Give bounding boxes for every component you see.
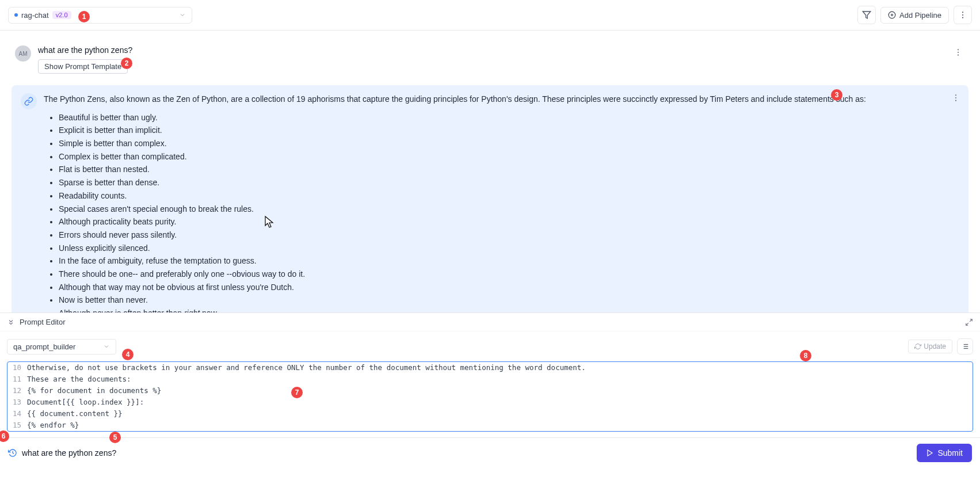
zen-item: There should be one-- and preferably onl… [59, 268, 959, 281]
chevron-down-icon [179, 12, 186, 18]
zen-item: Although that way may not be obvious at … [59, 281, 959, 294]
svg-point-9 [958, 55, 959, 56]
zen-item: Although never is often better than righ… [59, 307, 959, 313]
pipeline-select[interactable]: rag-chat v2.0 [8, 7, 192, 24]
zen-item: Flat is better than nested. [59, 163, 959, 176]
svg-point-4 [962, 12, 963, 13]
prompt-editor-header: Prompt Editor [0, 313, 980, 331]
svg-point-7 [958, 49, 959, 50]
chevron-down-icon [103, 343, 110, 350]
zen-item: Beautiful is better than ugly. [59, 112, 959, 124]
chat-area: AM what are the python zens? Show Prompt… [0, 31, 980, 313]
code-line[interactable]: 13Document[{{ loop.index }}]: [7, 397, 973, 408]
link-icon [24, 97, 33, 106]
code-editor[interactable]: 10Otherwise, do not use brackets in your… [7, 361, 973, 432]
prompt-editor-title: Prompt Editor [20, 318, 65, 326]
zen-item: Sparse is better than dense. [59, 177, 959, 189]
svg-marker-0 [863, 12, 870, 18]
editor-toolbar: qa_prompt_builder Update [0, 331, 980, 361]
zen-item: Unless explicitly silenced. [59, 242, 959, 255]
user-message: AM what are the python zens? Show Prompt… [12, 42, 968, 82]
status-dot-icon [14, 13, 18, 17]
svg-line-15 [970, 319, 972, 321]
query-input[interactable] [22, 448, 912, 458]
prompt-builder-select[interactable]: qa_prompt_builder [7, 339, 116, 355]
zen-item: Simple is better than complex. [59, 138, 959, 150]
svg-point-5 [962, 14, 963, 16]
svg-point-12 [955, 94, 956, 96]
svg-point-6 [962, 17, 963, 18]
update-label: Update [924, 342, 946, 350]
zen-item: Although practicality beats purity. [59, 216, 959, 228]
zen-item: Explicit is better than implicit. [59, 124, 959, 137]
ai-intro-text: The Python Zens, also known as the Zen o… [44, 93, 959, 106]
zen-list: Beautiful is better than ugly.Explicit i… [59, 112, 959, 313]
plus-circle-icon [888, 11, 896, 19]
zen-item: Complex is better than complicated. [59, 151, 959, 163]
svg-point-8 [958, 52, 959, 53]
submit-bar: Submit [0, 437, 980, 468]
add-pipeline-label: Add Pipeline [899, 11, 941, 20]
svg-point-13 [955, 97, 956, 98]
top-header: rag-chat v2.0 Add Pipeline [0, 0, 980, 31]
collapse-icon[interactable] [7, 318, 15, 326]
svg-point-14 [955, 100, 956, 101]
header-more-button[interactable] [954, 6, 972, 24]
zen-item: Now is better than never. [59, 294, 959, 307]
list-view-button[interactable] [957, 338, 973, 355]
header-actions: Add Pipeline [857, 6, 972, 24]
svg-marker-23 [928, 450, 932, 456]
ai-avatar [21, 93, 37, 109]
expand-icon[interactable] [965, 318, 973, 326]
submit-button[interactable]: Submit [917, 444, 972, 462]
refresh-icon [914, 343, 921, 350]
zen-item: In the face of ambiguity, refuse the tem… [59, 255, 959, 268]
history-icon[interactable] [8, 448, 17, 458]
svg-line-16 [966, 323, 968, 325]
ai-message-more-button[interactable] [949, 91, 963, 105]
filter-button[interactable] [857, 6, 876, 24]
send-icon [926, 449, 934, 457]
code-line[interactable]: 10Otherwise, do not use brackets in your… [7, 362, 973, 374]
zen-item: Readability counts. [59, 190, 959, 203]
update-button[interactable]: Update [908, 340, 952, 353]
user-avatar: AM [15, 45, 31, 62]
user-message-more-button[interactable] [951, 45, 965, 59]
code-line[interactable]: 15{% endfor %} [7, 420, 973, 431]
pipeline-version-badge: v2.0 [52, 11, 71, 19]
code-line[interactable]: 14{{ document.content }} [7, 408, 973, 420]
add-pipeline-button[interactable]: Add Pipeline [880, 7, 949, 24]
code-line[interactable]: 11These are the documents: [7, 374, 973, 385]
prompt-editor-panel: Prompt Editor qa_prompt_builder Update 1… [0, 313, 980, 432]
zen-item: Errors should never pass silently. [59, 229, 959, 242]
ai-message: The Python Zens, also known as the Zen o… [12, 85, 968, 313]
code-line[interactable]: 12{% for document in documents %} [7, 385, 973, 397]
zen-item: Special cases aren't special enough to b… [59, 203, 959, 216]
ai-message-body: The Python Zens, also known as the Zen o… [44, 93, 959, 313]
show-prompt-template-button[interactable]: Show Prompt Template [38, 59, 128, 74]
prompt-builder-value: qa_prompt_builder [13, 342, 75, 351]
submit-label: Submit [937, 448, 963, 458]
user-message-text: what are the python zens? [38, 45, 132, 55]
pipeline-name: rag-chat [21, 11, 49, 20]
